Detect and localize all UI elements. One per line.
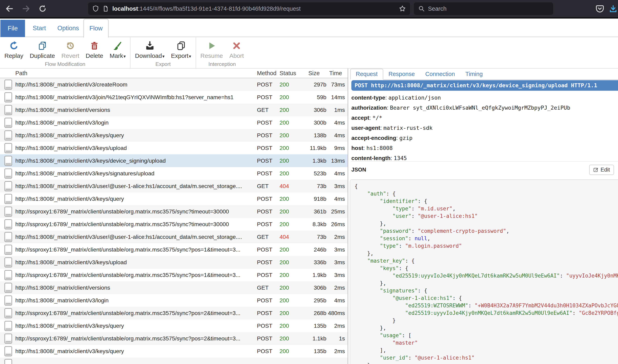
flow-row[interactable]: http://hs1:8008/_matrix/client/v3/keys/q… [0,345,348,358]
flow-row[interactable]: http://hs1:8008/_matrix/client/v3/keys/q… [0,193,348,205]
flow-row[interactable] [0,358,348,364]
document-icon [4,118,12,128]
tab-timing[interactable]: Timing [460,69,488,79]
flow-icon-cell [0,321,15,331]
revert-button[interactable]: Revert [58,39,82,61]
detail-tabs: Request Response Connection Timing [350,70,618,80]
page-info-icon[interactable] [103,5,109,12]
flow-size: 918b [302,196,326,202]
flow-row[interactable]: http://hs1:8008/_matrix/client/v3/keys/q… [0,129,348,142]
flow-row[interactable]: http://hs1:8008/_matrix/client/v3/keys/u… [0,142,348,154]
flow-row[interactable]: http://ssproxy1:6789/_matrix/client/unst… [0,269,348,281]
flow-method: GET [257,183,280,189]
flow-row[interactable]: http://ssproxy1:6789/_matrix/client/unst… [0,218,348,231]
flow-row[interactable]: http://hs1:8008/_matrix/client/v3/user/@… [0,231,348,243]
flow-row[interactable]: http://ssproxy1:6789/_matrix/client/unst… [0,332,348,345]
flow-status: 200 [280,310,302,316]
tab-connection[interactable]: Connection [420,69,460,79]
flow-row[interactable]: http://hs1:8008/_matrix/client/v3/create… [0,78,348,91]
column-header-size[interactable]: Size [302,70,326,77]
flow-method: GET [257,285,280,291]
json-line: "usage": [ [355,332,618,339]
pocket-icon[interactable] [595,4,605,14]
flow-row[interactable]: http://hs1:8008/_matrix/client/v3/user/@… [0,180,348,193]
flow-time: 3ms [326,183,348,189]
back-button[interactable] [4,4,14,14]
flow-status: 200 [280,323,302,329]
replay-button[interactable]: Replay [1,39,27,61]
json-line: "signatures": { [355,287,618,295]
flow-time: 480ms [326,310,348,316]
json-line: { [355,182,618,190]
flow-row[interactable]: http://hs1:8008/_matrix/client/v3/loginP… [0,294,348,307]
request-header-line: user-agent: matrix-rust-sdk [351,123,616,133]
flow-method: POST [257,310,280,316]
flow-row[interactable]: http://hs1:8008/_matrix/client/v3/join/%… [0,91,348,104]
resume-button[interactable]: Resume [197,39,226,61]
request-headers: content-type: application/jsonauthorizat… [351,93,616,163]
header-value: */* [372,115,382,121]
flow-path: http://hs1:8008/_matrix/client/v3/create… [15,81,257,88]
abort-button[interactable]: Abort [226,39,247,61]
menu-flow[interactable]: Flow [83,19,108,38]
flow-time: 2ms [326,234,348,240]
bookmark-star-icon[interactable] [399,5,406,12]
column-header-status[interactable]: Status [280,70,302,77]
flow-size: 523b [302,170,326,177]
flow-row[interactable]: http://ssproxy1:6789/_matrix/client/unst… [0,205,348,218]
browser-search-field[interactable]: Search [414,2,553,15]
tab-response[interactable]: Response [383,69,420,79]
flow-time: 14ms [326,94,348,101]
flow-method: POST [257,247,280,253]
json-line: "user": "@user-1-alice:hs1" [355,212,618,220]
document-icon [4,232,12,242]
flow-row[interactable]: http://hs1:8008/_matrix/client/v3/loginP… [0,116,348,129]
menu-file[interactable]: File [0,20,25,37]
url-bar[interactable]: localhost:1445/#/flows/fba5f13d-91e1-437… [88,2,410,15]
column-header-path[interactable]: Path [15,70,257,77]
flow-row[interactable]: http://hs1:8008/_matrix/client/v3/keys/q… [0,319,348,332]
flow-path: http://hs1:8008/_matrix/client/v3/keys/u… [15,145,257,151]
flow-row[interactable]: http://hs1:8008/_matrix/client/v3/keys/u… [0,256,348,269]
json-line: }, [355,324,618,332]
flow-icon-cell [0,359,15,364]
caret-down-icon: ▾ [162,54,165,59]
toolbar-group-flow-modification: Replay Duplicate Revert Delete [0,38,130,68]
tab-request[interactable]: Request [350,69,383,80]
flow-status: 200 [280,247,302,253]
flow-row[interactable]: http://hs1:8008/_matrix/client/v3/keys/s… [0,167,348,180]
flow-path: http://hs1:8008/_matrix/client/v3/login [15,119,257,126]
flow-row[interactable]: http://hs1:8008/_matrix/client/versionsG… [0,281,348,294]
column-header-time[interactable]: Time [326,70,348,77]
download-button[interactable]: Download▾ [132,39,168,61]
flow-path: http://ssproxy1:6789/_matrix/client/unst… [15,208,257,215]
flow-row[interactable]: http://ssproxy1:6789/_matrix/client/unst… [0,243,348,256]
flow-method: GET [257,234,280,240]
flow-row[interactable]: http://hs1:8008/_matrix/client/versionsG… [0,104,348,116]
document-icon [4,105,12,115]
toolbar-group-export: Download▾ Export▾ Export [130,38,195,68]
mark-button[interactable]: Mark▾ [107,39,129,61]
header-value: Bearer syt_dXNlci0xLWFsaWNl_eQfgkZywoiMg… [390,104,570,111]
column-header-method[interactable]: Method [257,70,280,77]
duplicate-button[interactable]: Duplicate [27,39,58,61]
flow-row[interactable]: http://hs1:8008/_matrix/client/v3/keys/d… [0,154,348,167]
document-icon [4,143,12,153]
flow-icon-cell [0,118,15,128]
edit-button[interactable]: Edit [589,165,614,175]
forward-button[interactable] [21,4,31,14]
menu-options[interactable]: Options [54,20,82,37]
menu-start[interactable]: Start [27,20,52,37]
flow-size: 361b [302,208,326,215]
delete-button[interactable]: Delete [82,39,107,61]
document-icon [4,80,12,90]
flow-table: Path Method Status Size Time http://hs1:… [0,68,348,364]
shield-icon[interactable] [92,5,99,13]
header-value: hs1:8008 [366,145,393,151]
downloads-icon[interactable] [608,4,618,14]
flow-time: 25ms [326,208,348,215]
export-button[interactable]: Export▾ [168,39,194,61]
flow-row[interactable]: http://ssproxy1:6789/_matrix/client/unst… [0,307,348,319]
flow-icon-cell [0,194,15,204]
reload-icon[interactable] [38,4,48,14]
